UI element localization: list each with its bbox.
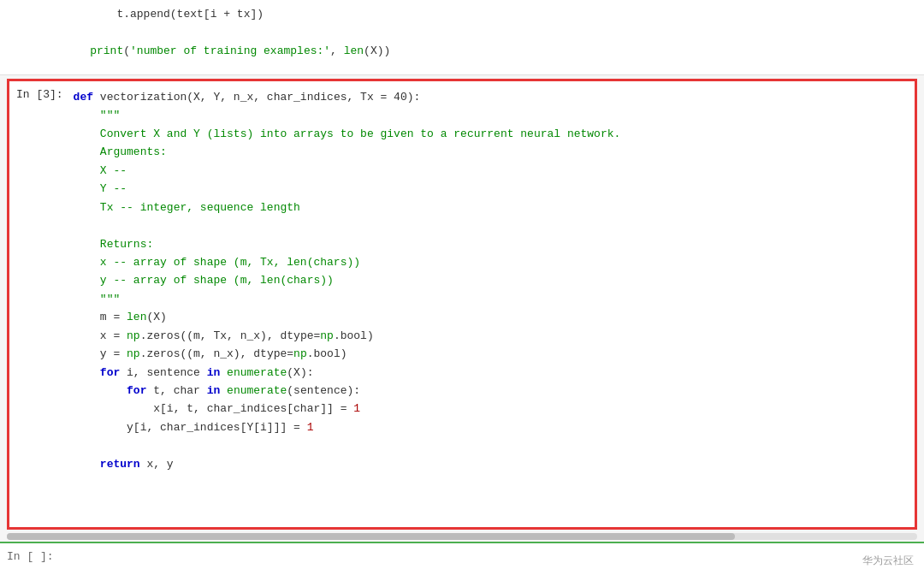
watermark: 华为云社区: [862, 554, 914, 568]
bottom-cell-content[interactable]: [61, 547, 924, 572]
scrollbar-thumb[interactable]: [7, 533, 735, 540]
top-cell: t.append(text[i + tx]) print('number of …: [0, 0, 924, 75]
horizontal-scrollbar[interactable]: [7, 533, 917, 540]
top-cell-label: [0, 2, 60, 9]
bottom-cell-label: In [ ]:: [0, 547, 61, 566]
bottom-cell: In [ ]:: [0, 542, 924, 575]
notebook-container: t.append(text[i + tx]) print('number of …: [0, 0, 924, 575]
main-cell-label: In [3]:: [9, 81, 70, 108]
main-cell-content: def vectorization(X, Y, n_x, char_indice…: [70, 81, 915, 480]
top-cell-content: t.append(text[i + tx]) print('number of …: [60, 2, 924, 75]
main-cell: In [3]: def vectorization(X, Y, n_x, cha…: [7, 79, 917, 530]
